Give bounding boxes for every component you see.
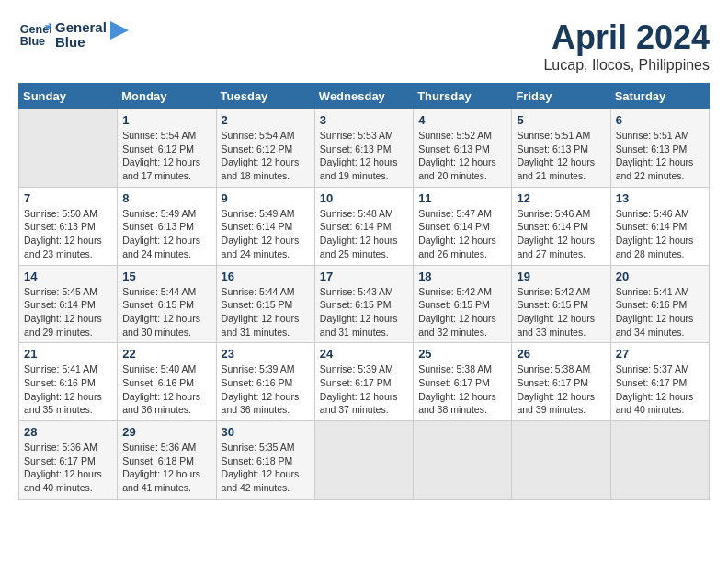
- calendar-table: Sunday Monday Tuesday Wednesday Thursday…: [18, 83, 710, 500]
- day-number: 17: [320, 270, 408, 283]
- calendar-header-row: Sunday Monday Tuesday Wednesday Thursday…: [19, 84, 710, 109]
- table-row: [314, 421, 413, 500]
- table-row: 21Sunrise: 5:41 AM Sunset: 6:16 PM Dayli…: [19, 343, 118, 421]
- day-number: 18: [418, 270, 506, 283]
- day-number: 22: [122, 347, 210, 361]
- table-row: 20Sunrise: 5:41 AM Sunset: 6:16 PM Dayli…: [610, 265, 709, 343]
- day-number: 8: [122, 191, 210, 205]
- logo-line1: General: [55, 20, 107, 36]
- table-row: 23Sunrise: 5:39 AM Sunset: 6:16 PM Dayli…: [216, 343, 314, 421]
- day-number: 2: [222, 113, 310, 127]
- subtitle: Lucap, Ilocos, Philippines: [543, 57, 710, 74]
- day-info: Sunrise: 5:36 AM Sunset: 6:18 PM Dayligh…: [122, 441, 210, 495]
- table-row: 28Sunrise: 5:36 AM Sunset: 6:17 PM Dayli…: [19, 421, 118, 500]
- header-saturday: Saturday: [610, 84, 709, 109]
- day-number: 14: [24, 270, 112, 283]
- header-wednesday: Wednesday: [314, 84, 413, 109]
- day-number: 4: [418, 113, 506, 127]
- day-number: 12: [517, 191, 605, 205]
- table-row: 10Sunrise: 5:48 AM Sunset: 6:14 PM Dayli…: [314, 187, 413, 265]
- day-number: 21: [24, 347, 112, 361]
- calendar-week-row: 7Sunrise: 5:50 AM Sunset: 6:13 PM Daylig…: [19, 187, 710, 265]
- day-info: Sunrise: 5:36 AM Sunset: 6:17 PM Dayligh…: [24, 441, 112, 495]
- day-info: Sunrise: 5:46 AM Sunset: 6:14 PM Dayligh…: [517, 207, 605, 261]
- header-tuesday: Tuesday: [216, 84, 314, 109]
- day-number: 27: [616, 347, 704, 361]
- day-number: 10: [320, 191, 408, 205]
- table-row: 24Sunrise: 5:39 AM Sunset: 6:17 PM Dayli…: [314, 343, 413, 421]
- table-row: 19Sunrise: 5:42 AM Sunset: 6:15 PM Dayli…: [512, 265, 610, 343]
- table-row: 26Sunrise: 5:38 AM Sunset: 6:17 PM Dayli…: [512, 343, 610, 421]
- table-row: 6Sunrise: 5:51 AM Sunset: 6:13 PM Daylig…: [610, 109, 709, 188]
- day-number: 6: [616, 113, 704, 127]
- day-info: Sunrise: 5:51 AM Sunset: 6:13 PM Dayligh…: [616, 129, 704, 183]
- logo-line2: Blue: [55, 35, 107, 51]
- day-number: 19: [517, 270, 605, 283]
- header-monday: Monday: [118, 84, 216, 109]
- day-info: Sunrise: 5:38 AM Sunset: 6:17 PM Dayligh…: [418, 362, 506, 417]
- svg-text:Blue: Blue: [20, 35, 45, 48]
- day-info: Sunrise: 5:41 AM Sunset: 6:16 PM Dayligh…: [616, 285, 704, 339]
- table-row: 11Sunrise: 5:47 AM Sunset: 6:14 PM Dayli…: [414, 187, 512, 265]
- day-number: 3: [320, 113, 408, 127]
- calendar-week-row: 28Sunrise: 5:36 AM Sunset: 6:17 PM Dayli…: [19, 421, 710, 500]
- day-info: Sunrise: 5:42 AM Sunset: 6:15 PM Dayligh…: [418, 285, 506, 339]
- day-number: 25: [418, 347, 506, 361]
- day-info: Sunrise: 5:44 AM Sunset: 6:15 PM Dayligh…: [122, 285, 210, 339]
- day-info: Sunrise: 5:45 AM Sunset: 6:14 PM Dayligh…: [24, 285, 112, 339]
- day-info: Sunrise: 5:35 AM Sunset: 6:18 PM Dayligh…: [222, 441, 310, 495]
- day-info: Sunrise: 5:40 AM Sunset: 6:16 PM Dayligh…: [122, 362, 210, 417]
- day-number: 15: [122, 270, 210, 283]
- day-number: 7: [24, 191, 112, 205]
- day-info: Sunrise: 5:39 AM Sunset: 6:17 PM Dayligh…: [320, 362, 408, 417]
- page-header: General Blue General Blue April 2024 Luc…: [18, 18, 710, 74]
- day-number: 1: [122, 113, 210, 127]
- table-row: 29Sunrise: 5:36 AM Sunset: 6:18 PM Dayli…: [118, 421, 216, 500]
- table-row: 22Sunrise: 5:40 AM Sunset: 6:16 PM Dayli…: [118, 343, 216, 421]
- table-row: 4Sunrise: 5:52 AM Sunset: 6:13 PM Daylig…: [414, 109, 512, 188]
- table-row: 8Sunrise: 5:49 AM Sunset: 6:13 PM Daylig…: [118, 187, 216, 265]
- day-info: Sunrise: 5:54 AM Sunset: 6:12 PM Dayligh…: [222, 129, 310, 183]
- day-info: Sunrise: 5:43 AM Sunset: 6:15 PM Dayligh…: [320, 285, 408, 339]
- day-info: Sunrise: 5:49 AM Sunset: 6:14 PM Dayligh…: [222, 207, 310, 261]
- logo-icon: General Blue: [18, 18, 51, 52]
- day-number: 26: [517, 347, 605, 361]
- day-info: Sunrise: 5:44 AM Sunset: 6:15 PM Dayligh…: [222, 285, 310, 339]
- day-number: 23: [222, 347, 310, 361]
- table-row: 25Sunrise: 5:38 AM Sunset: 6:17 PM Dayli…: [414, 343, 512, 421]
- day-number: 29: [122, 425, 210, 439]
- day-number: 30: [222, 425, 310, 439]
- title-section: April 2024 Lucap, Ilocos, Philippines: [543, 18, 710, 74]
- day-number: 11: [418, 191, 506, 205]
- day-info: Sunrise: 5:39 AM Sunset: 6:16 PM Dayligh…: [222, 362, 310, 417]
- day-number: 24: [320, 347, 408, 361]
- header-friday: Friday: [512, 84, 610, 109]
- table-row: 18Sunrise: 5:42 AM Sunset: 6:15 PM Dayli…: [414, 265, 512, 343]
- day-info: Sunrise: 5:37 AM Sunset: 6:17 PM Dayligh…: [616, 362, 704, 417]
- table-row: 27Sunrise: 5:37 AM Sunset: 6:17 PM Dayli…: [610, 343, 709, 421]
- table-row: 2Sunrise: 5:54 AM Sunset: 6:12 PM Daylig…: [216, 109, 314, 188]
- day-number: 16: [222, 270, 310, 283]
- table-row: 3Sunrise: 5:53 AM Sunset: 6:13 PM Daylig…: [314, 109, 413, 188]
- table-row: 1Sunrise: 5:54 AM Sunset: 6:12 PM Daylig…: [118, 109, 216, 188]
- day-info: Sunrise: 5:46 AM Sunset: 6:14 PM Dayligh…: [616, 207, 704, 261]
- day-info: Sunrise: 5:41 AM Sunset: 6:16 PM Dayligh…: [24, 362, 112, 417]
- header-thursday: Thursday: [414, 84, 512, 109]
- table-row: 30Sunrise: 5:35 AM Sunset: 6:18 PM Dayli…: [216, 421, 314, 500]
- day-info: Sunrise: 5:42 AM Sunset: 6:15 PM Dayligh…: [517, 285, 605, 339]
- calendar-week-row: 21Sunrise: 5:41 AM Sunset: 6:16 PM Dayli…: [19, 343, 710, 421]
- table-row: 7Sunrise: 5:50 AM Sunset: 6:13 PM Daylig…: [19, 187, 118, 265]
- svg-marker-4: [110, 21, 129, 40]
- logo-arrow-icon: [110, 21, 129, 49]
- day-info: Sunrise: 5:48 AM Sunset: 6:14 PM Dayligh…: [320, 207, 408, 261]
- day-number: 9: [222, 191, 310, 205]
- table-row: [19, 109, 118, 188]
- day-number: 5: [517, 113, 605, 127]
- table-row: 17Sunrise: 5:43 AM Sunset: 6:15 PM Dayli…: [314, 265, 413, 343]
- day-number: 28: [24, 425, 112, 439]
- day-info: Sunrise: 5:54 AM Sunset: 6:12 PM Dayligh…: [122, 129, 210, 183]
- table-row: 16Sunrise: 5:44 AM Sunset: 6:15 PM Dayli…: [216, 265, 314, 343]
- table-row: 9Sunrise: 5:49 AM Sunset: 6:14 PM Daylig…: [216, 187, 314, 265]
- table-row: 12Sunrise: 5:46 AM Sunset: 6:14 PM Dayli…: [512, 187, 610, 265]
- day-info: Sunrise: 5:53 AM Sunset: 6:13 PM Dayligh…: [320, 129, 408, 183]
